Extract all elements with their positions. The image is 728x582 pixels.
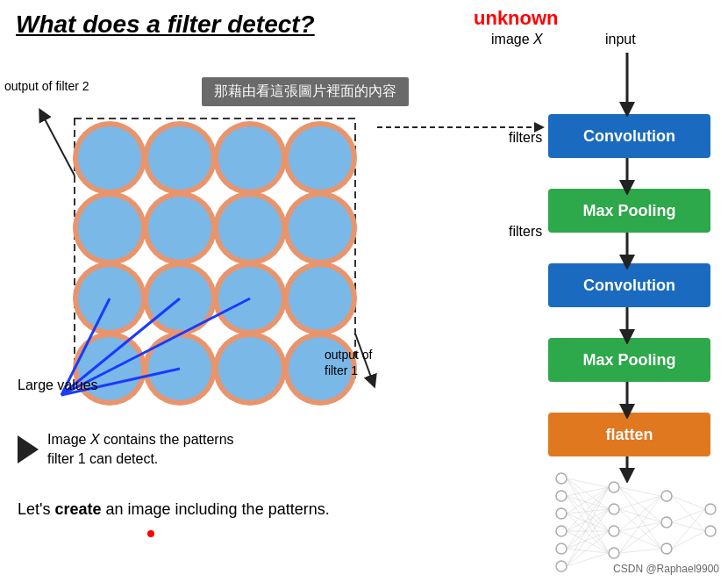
svg-line-89 — [619, 496, 661, 509]
svg-point-61 — [705, 526, 716, 536]
svg-line-97 — [619, 549, 661, 553]
svg-point-31 — [289, 197, 352, 260]
convolution-box-1: Convolution — [548, 114, 710, 158]
svg-point-27 — [289, 126, 352, 190]
svg-point-60 — [705, 504, 716, 514]
svg-line-99 — [672, 496, 705, 531]
filters-label-2: filters — [509, 224, 542, 240]
arrow-pool2-flatten — [614, 382, 640, 419]
output-filter-2-label: output of filter 2 — [4, 79, 89, 93]
max-pooling-box-1: Max Pooling — [548, 189, 710, 233]
svg-line-81 — [567, 549, 609, 553]
svg-line-98 — [672, 496, 705, 509]
svg-line-101 — [672, 522, 705, 531]
svg-point-47 — [556, 473, 567, 484]
svg-line-85 — [567, 553, 609, 566]
svg-line-84 — [567, 531, 609, 566]
svg-line-90 — [619, 509, 661, 522]
svg-line-73 — [567, 514, 609, 553]
arrow-imagex-filters — [377, 114, 553, 140]
max-pooling-box-2: Max Pooling — [548, 338, 710, 382]
input-label: input — [605, 32, 636, 47]
svg-point-54 — [609, 504, 619, 514]
svg-point-53 — [609, 482, 619, 492]
svg-line-46 — [42, 114, 75, 176]
svg-point-28 — [78, 197, 141, 260]
arrow-conv2-pool2 — [614, 307, 640, 344]
image-x-label: image X — [491, 32, 543, 47]
arrow-pool1-conv2 — [614, 233, 640, 269]
svg-point-24 — [78, 126, 141, 190]
large-values-label: Large values — [18, 377, 98, 393]
svg-point-58 — [661, 517, 672, 528]
lets-create-text: Let's create an image including the patt… — [18, 500, 330, 519]
arrow-conv1-pool1 — [614, 158, 640, 195]
black-arrow-icon — [18, 435, 39, 463]
svg-point-30 — [218, 197, 282, 260]
svg-line-94 — [619, 531, 661, 549]
svg-line-91 — [619, 509, 661, 549]
svg-line-100 — [672, 509, 705, 522]
output-filter-1-label: output offilter 1 — [325, 347, 373, 378]
svg-point-51 — [556, 543, 567, 554]
svg-point-50 — [556, 526, 567, 536]
page-title: What does a filter detect? — [16, 11, 315, 39]
svg-line-102 — [672, 509, 705, 549]
svg-line-68 — [567, 496, 609, 531]
svg-line-66 — [567, 487, 609, 496]
svg-point-25 — [148, 126, 211, 190]
svg-line-86 — [619, 487, 661, 496]
svg-point-56 — [609, 548, 619, 558]
svg-point-49 — [556, 508, 567, 519]
svg-line-80 — [567, 531, 609, 549]
unknown-label: unknown — [474, 7, 559, 30]
svg-point-52 — [556, 561, 567, 571]
svg-point-48 — [556, 491, 567, 501]
image-contains-text: Image X contains the patternsfilter 1 ca… — [47, 430, 234, 470]
svg-line-92 — [619, 496, 661, 531]
svg-line-67 — [567, 496, 609, 509]
bottom-image-contains: Image X contains the patternsfilter 1 ca… — [18, 430, 234, 470]
watermark: CSDN @Raphael9900 — [613, 563, 719, 575]
flatten-box: flatten — [548, 413, 710, 456]
svg-line-79 — [567, 509, 609, 549]
svg-point-57 — [661, 491, 672, 501]
red-dot — [147, 530, 154, 537]
svg-line-103 — [672, 531, 705, 549]
svg-point-59 — [661, 543, 672, 554]
svg-line-88 — [619, 487, 661, 549]
svg-point-35 — [289, 267, 352, 330]
svg-line-75 — [567, 509, 609, 531]
svg-point-38 — [218, 337, 282, 400]
svg-point-55 — [609, 526, 619, 536]
svg-point-26 — [218, 126, 282, 190]
convolution-box-2: Convolution — [548, 263, 710, 307]
svg-line-82 — [567, 487, 609, 566]
svg-point-29 — [148, 197, 211, 260]
arrow-input-conv1 — [614, 53, 640, 119]
